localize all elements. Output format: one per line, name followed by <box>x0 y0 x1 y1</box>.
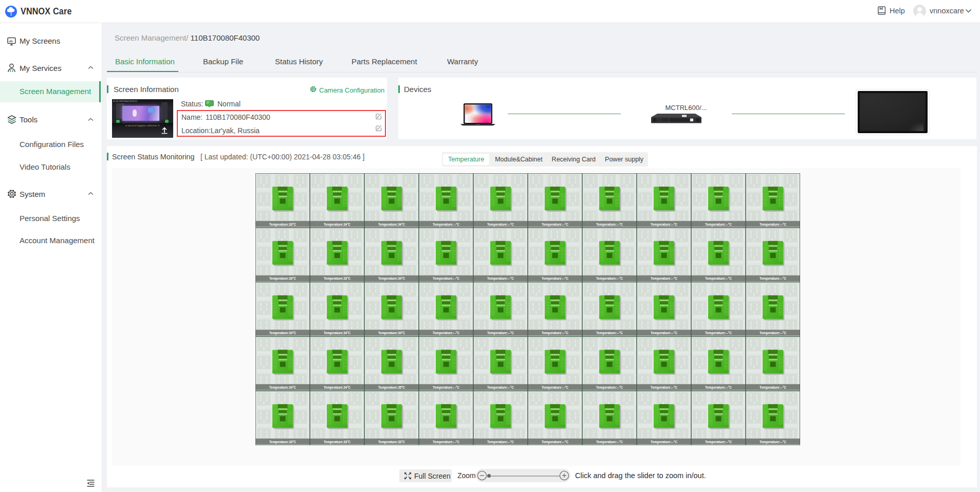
svg-text:Temperature:33°C: Temperature:33°C <box>378 440 405 444</box>
svg-text:Temperature:--°C: Temperature:--°C <box>542 385 568 390</box>
svg-text:Temperature:--°C: Temperature:--°C <box>542 222 568 227</box>
svg-text:Temperature:--°C: Temperature:--°C <box>760 222 786 227</box>
svg-text:Temperature:--°C: Temperature:--°C <box>542 331 568 335</box>
svg-text:Temperature:--°C: Temperature:--°C <box>433 276 459 281</box>
svg-text:Temperature:--°C: Temperature:--°C <box>433 385 459 390</box>
svg-text:Temperature:34°C: Temperature:34°C <box>269 385 296 390</box>
svg-text:Temperature:--°C: Temperature:--°C <box>596 222 623 227</box>
svg-text:Temperature:34°C: Temperature:34°C <box>378 331 405 335</box>
svg-text:Temperature:--°C: Temperature:--°C <box>433 331 459 335</box>
svg-text:Temperature:--°C: Temperature:--°C <box>705 276 732 281</box>
svg-text:Temperature:--°C: Temperature:--°C <box>596 440 623 444</box>
svg-text:Temperature:--°C: Temperature:--°C <box>433 222 459 227</box>
svg-text:Temperature:--°C: Temperature:--°C <box>651 276 677 281</box>
svg-text:Temperature:--°C: Temperature:--°C <box>651 440 677 444</box>
svg-text:Temperature:--°C: Temperature:--°C <box>760 440 786 444</box>
svg-text:Temperature:--°C: Temperature:--°C <box>705 331 732 335</box>
svg-text:Temperature:33°C: Temperature:33°C <box>269 276 296 281</box>
svg-text:Temperature:--°C: Temperature:--°C <box>651 331 677 335</box>
svg-text:Temperature:--°C: Temperature:--°C <box>596 385 623 390</box>
svg-text:Temperature:33°C: Temperature:33°C <box>269 440 296 444</box>
svg-text:Temperature:34°C: Temperature:34°C <box>324 331 350 335</box>
svg-text:Temperature:34°C: Temperature:34°C <box>269 331 296 335</box>
svg-text:Temperature:34°C: Temperature:34°C <box>324 222 350 227</box>
svg-text:Temperature:--°C: Temperature:--°C <box>651 385 677 390</box>
svg-text:Temperature:--°C: Temperature:--°C <box>651 222 677 227</box>
svg-text:Temperature:35°C: Temperature:35°C <box>378 385 405 390</box>
svg-text:Temperature:--°C: Temperature:--°C <box>596 331 623 335</box>
svg-text:Temperature:34°C: Temperature:34°C <box>378 222 405 227</box>
svg-text:Temperature:33°C: Temperature:33°C <box>324 440 350 444</box>
svg-text:Temperature:--°C: Temperature:--°C <box>542 276 568 281</box>
svg-text:Temperature:--°C: Temperature:--°C <box>487 385 514 390</box>
svg-text:Temperature:34°C: Temperature:34°C <box>324 385 350 390</box>
svg-text:Temperature:--°C: Temperature:--°C <box>760 276 786 281</box>
svg-text:Temperature:--°C: Temperature:--°C <box>542 440 568 444</box>
svg-text:Temperature:33°C: Temperature:33°C <box>269 222 296 227</box>
svg-text:Temperature:--°C: Temperature:--°C <box>487 440 514 444</box>
svg-text:Temperature:--°C: Temperature:--°C <box>433 440 459 444</box>
svg-text:Temperature:--°C: Temperature:--°C <box>487 222 514 227</box>
svg-text:Temperature:--°C: Temperature:--°C <box>760 331 786 335</box>
svg-text:Temperature:--°C: Temperature:--°C <box>487 276 514 281</box>
svg-text:Temperature:--°C: Temperature:--°C <box>705 440 732 444</box>
svg-text:Temperature:--°C: Temperature:--°C <box>705 385 732 390</box>
svg-text:Temperature:--°C: Temperature:--°C <box>596 276 623 281</box>
svg-text:Temperature:--°C: Temperature:--°C <box>487 331 514 335</box>
svg-text:Temperature:--°C: Temperature:--°C <box>705 222 732 227</box>
svg-text:Temperature:34°C: Temperature:34°C <box>378 276 405 281</box>
svg-text:Temperature:33°C: Temperature:33°C <box>324 276 350 281</box>
svg-text:Temperature:--°C: Temperature:--°C <box>760 385 786 390</box>
